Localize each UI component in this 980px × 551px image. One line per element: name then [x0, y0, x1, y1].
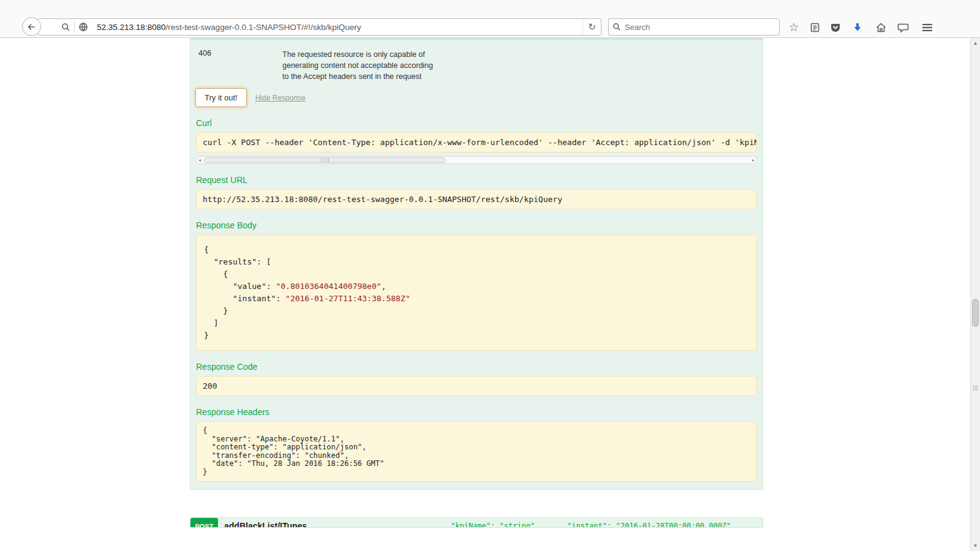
vertical-scrollbar[interactable]: ▲ ▼: [970, 38, 980, 551]
http-method-badge: POST: [190, 518, 218, 528]
response-body-json: { "results": [ { "value": "0.80103640414…: [196, 234, 757, 351]
reload-button[interactable]: ↻: [582, 19, 601, 35]
menu-hamburger-icon[interactable]: [920, 20, 935, 35]
request-url-heading: Request URL: [196, 175, 763, 185]
try-it-out-button[interactable]: Try it out!: [195, 88, 247, 107]
hello-chat-icon[interactable]: [895, 20, 910, 35]
search-bar[interactable]: [608, 18, 780, 36]
search-icon: [612, 23, 621, 31]
curl-command: curl -X POST --header 'Content-Type: app…: [196, 132, 757, 152]
page-search-icon: [57, 19, 74, 35]
url-text[interactable]: 52.35.213.18:8080/rest-test-swagger-0.0.…: [97, 23, 582, 32]
operation-summary-fragment[interactable]: "instant": "2016-01-28T00:00:00.000Z": [567, 518, 731, 528]
response-status-code: 406: [198, 49, 282, 82]
browser-toolbar: 52.35.213.18:8080/rest-test-swagger-0.0.…: [0, 0, 980, 38]
scrollbar-grip: [321, 158, 330, 162]
swagger-operation-panel: 406 The requested resource is only capab…: [190, 39, 763, 490]
scrollbar-mark: [973, 386, 978, 390]
response-headers-heading: Response Headers: [196, 407, 763, 417]
url-path: /rest-test-swagger-0.0.1-SNAPSHOT/#!/skb…: [166, 23, 361, 32]
scroll-left-arrow-icon[interactable]: ◂: [198, 157, 201, 163]
request-url-value: http://52.35.213.18:8080/rest-test-swagg…: [196, 189, 757, 209]
page-content: 406 The requested resource is only capab…: [0, 39, 970, 551]
back-arrow-icon: [27, 22, 37, 32]
operation-summary-fragment[interactable]: "kpiName": "string",: [451, 518, 540, 528]
scroll-up-arrow-icon[interactable]: ▲: [971, 40, 980, 46]
operation-path[interactable]: addBlackList/ITunes: [224, 518, 307, 528]
response-reason: The requested resource is only capable o…: [282, 49, 440, 82]
response-message-row: 406 The requested resource is only capab…: [190, 39, 763, 82]
url-bar[interactable]: 52.35.213.18:8080/rest-test-swagger-0.0.…: [38, 18, 601, 36]
response-headers-text: { "server": "Apache-Coyote/1.1", "conten…: [203, 427, 750, 476]
url-host: 52.35.213.18:8080: [97, 23, 166, 32]
next-operation-header-clipped[interactable]: POST addBlackList/ITunes "kpiName": "str…: [190, 517, 763, 528]
site-identity-globe-icon[interactable]: [75, 19, 92, 35]
bookmark-star-icon[interactable]: ☆: [786, 20, 801, 35]
curl-heading: Curl: [196, 118, 763, 128]
hide-response-link[interactable]: Hide Response: [255, 94, 306, 102]
search-input[interactable]: [625, 23, 775, 32]
scroll-right-arrow-icon[interactable]: ▸: [752, 157, 755, 163]
scroll-down-arrow-icon[interactable]: ▼: [971, 543, 980, 549]
back-button[interactable]: [22, 17, 41, 36]
response-code-heading: Response Code: [196, 362, 763, 372]
response-headers-json: { "server": "Apache-Coyote/1.1", "conten…: [196, 421, 757, 482]
horizontal-scrollbar-thumb[interactable]: [204, 157, 446, 163]
actions-row: Try it out! Hide Response: [195, 88, 763, 107]
bookmarks-menu-icon[interactable]: [807, 20, 822, 35]
response-code-value: 200: [196, 376, 757, 396]
home-icon[interactable]: [873, 20, 888, 35]
horizontal-scrollbar[interactable]: ◂ ▸: [196, 156, 757, 164]
vertical-scrollbar-thumb[interactable]: [972, 299, 979, 327]
pocket-icon[interactable]: [828, 20, 843, 35]
downloads-icon[interactable]: [850, 20, 865, 35]
response-body-heading: Response Body: [196, 220, 763, 230]
